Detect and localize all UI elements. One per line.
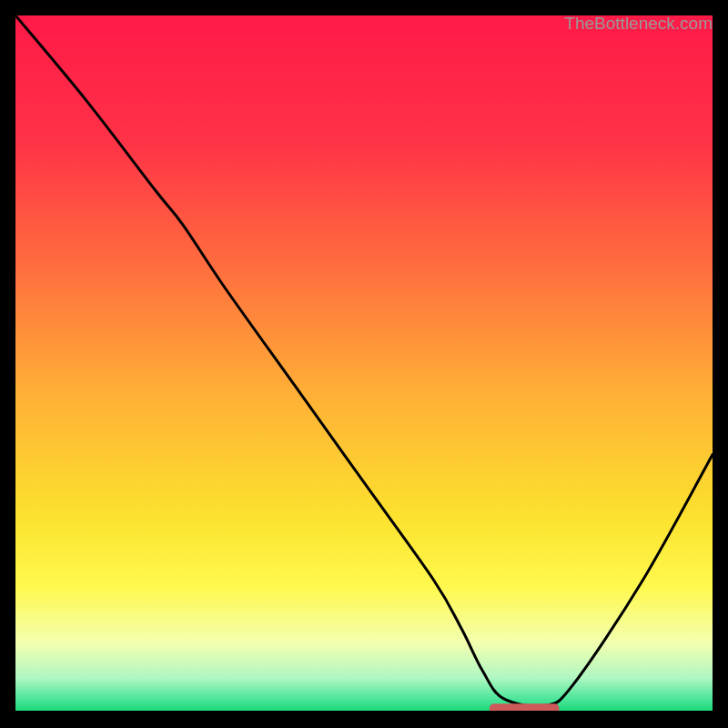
bottleneck-chart: TheBottleneck.com <box>0 0 728 728</box>
watermark-label: TheBottleneck.com <box>564 14 713 34</box>
svg-rect-0 <box>15 15 713 713</box>
plot-area: TheBottleneck.com <box>15 15 713 713</box>
gradient-background <box>15 15 713 713</box>
